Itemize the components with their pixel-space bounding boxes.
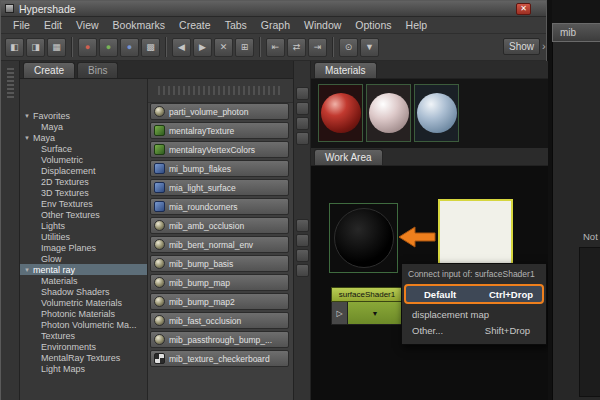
- notes-text-area[interactable]: [579, 247, 600, 397]
- surfaceshader1-node[interactable]: surfaceShader1 ▷ ▼: [331, 287, 403, 325]
- rearrange-graph-icon[interactable]: ⊞: [235, 38, 254, 57]
- shader-button-mib-bump-basis[interactable]: mib_bump_basis: [150, 255, 289, 272]
- panel-divider-grip[interactable]: [293, 61, 311, 400]
- frame-all-icon[interactable]: [296, 249, 309, 262]
- menu-graph[interactable]: Graph: [254, 19, 297, 31]
- shader-button-mib-texture-checkerboard[interactable]: mib_texture_checkerboard: [150, 350, 289, 367]
- swatch-green-icon[interactable]: ●: [99, 38, 118, 57]
- blue-material-swatch[interactable]: [414, 84, 459, 142]
- expand-arrow-icon[interactable]: ▼: [24, 113, 30, 119]
- swatch-size-medium-icon[interactable]: [296, 102, 309, 115]
- tab-create[interactable]: Create: [23, 62, 75, 78]
- texture-swatch-icon[interactable]: ▩: [141, 38, 160, 57]
- menu-help[interactable]: Help: [399, 19, 435, 31]
- shader-button-mib-bent-normal-env[interactable]: mib_bent_normal_env: [150, 236, 289, 253]
- tree-item-volumetric-materials[interactable]: Volumetric Materials: [20, 297, 147, 308]
- tree-item-env-textures[interactable]: Env Textures: [20, 198, 147, 209]
- node-title[interactable]: surfaceShader1: [331, 287, 403, 302]
- menu-options[interactable]: Options: [348, 19, 398, 31]
- swatch-blue-icon[interactable]: ●: [120, 38, 139, 57]
- forward-icon[interactable]: ▶: [193, 38, 212, 57]
- work-area-canvas[interactable]: surfaceShader1 ▷ ▼ Connect input of: sur…: [311, 166, 548, 400]
- menu-create[interactable]: Create: [172, 19, 218, 31]
- swatch-size-icon[interactable]: [296, 87, 309, 100]
- tree-item-image-planes[interactable]: Image Planes: [20, 242, 147, 253]
- black-material-node[interactable]: [329, 203, 398, 273]
- refresh-swatches-icon[interactable]: [296, 132, 309, 145]
- input-connections-icon[interactable]: ⇤: [266, 38, 285, 57]
- back-icon[interactable]: ◀: [172, 38, 191, 57]
- surfaceshader-swatch-node[interactable]: [438, 199, 513, 267]
- tree-item-favorites-maya[interactable]: Maya: [20, 121, 147, 132]
- tree-item-volumetric[interactable]: Volumetric: [20, 154, 147, 165]
- left-panel-grip[interactable]: [1, 61, 20, 400]
- output-connections-icon[interactable]: ⇥: [308, 38, 327, 57]
- tree-item-photonic-materials[interactable]: Photonic Materials: [20, 308, 147, 319]
- shader-list-grip[interactable]: [148, 79, 293, 103]
- attribute-editor-tab[interactable]: mib: [552, 23, 600, 42]
- title-bar[interactable]: Hypershade ✕: [1, 1, 546, 17]
- menu-tabs[interactable]: Tabs: [218, 19, 254, 31]
- menu-edit[interactable]: Edit: [37, 19, 69, 31]
- tab-bins[interactable]: Bins: [77, 62, 118, 78]
- menu-view[interactable]: View: [69, 19, 106, 31]
- tree-item-displacement[interactable]: Displacement: [20, 165, 147, 176]
- swatch-size-large-icon[interactable]: [296, 117, 309, 130]
- frame-selected-icon[interactable]: [296, 264, 309, 277]
- pin-icon[interactable]: ⊙: [339, 38, 358, 57]
- menu-bookmarks[interactable]: Bookmarks: [106, 19, 173, 31]
- shader-button-mentalraytexture[interactable]: mentalrayTexture: [150, 122, 289, 139]
- toolbar-overflow-icon[interactable]: ›: [542, 40, 546, 52]
- tree-item-3d-textures[interactable]: 3D Textures: [20, 187, 147, 198]
- tree-item-maya[interactable]: ▼Maya: [20, 132, 147, 143]
- shader-button-mib-passthrough-bump[interactable]: mib_passthrough_bump_...: [150, 331, 289, 348]
- node-dropdown-icon[interactable]: ▼: [348, 302, 403, 325]
- expand-arrow-icon[interactable]: ▼: [24, 267, 30, 273]
- io-connections-icon[interactable]: ⇄: [287, 38, 306, 57]
- tab-work-area[interactable]: Work Area: [314, 149, 383, 165]
- tree-item-mental-ray[interactable]: ▼mental ray: [20, 264, 147, 275]
- tree-item-other-textures[interactable]: Other Textures: [20, 209, 147, 220]
- tree-item-photon-volumetric-materials[interactable]: Photon Volumetric Ma...: [20, 319, 147, 330]
- shader-button-mia-roundcorners[interactable]: mia_roundcorners: [150, 198, 289, 215]
- red-material-swatch[interactable]: [318, 84, 363, 142]
- shader-button-mentalrayvertexcolors[interactable]: mentalrayVertexColors: [150, 141, 289, 158]
- show-button[interactable]: Show: [503, 38, 540, 55]
- shader-button-mib-fast-occlusion[interactable]: mib_fast_occlusion: [150, 312, 289, 329]
- tree-item-utilities[interactable]: Utilities: [20, 231, 147, 242]
- menu-file[interactable]: File: [6, 19, 37, 31]
- tree-item-mentalray-textures[interactable]: MentalRay Textures: [20, 352, 147, 363]
- shader-button-mi-bump-flakes[interactable]: mi_bump_flakes: [150, 160, 289, 177]
- context-menu-item-default[interactable]: Default Ctrl+Drop: [404, 284, 544, 304]
- swatch-red-icon[interactable]: ●: [78, 38, 97, 57]
- layout-quad-icon[interactable]: ▦: [47, 38, 66, 57]
- shader-button-mia-light-surface[interactable]: mia_light_surface: [150, 179, 289, 196]
- tree-item-lights[interactable]: Lights: [20, 220, 147, 231]
- context-menu-item-displacement-map[interactable]: displacement map: [402, 306, 546, 322]
- filter-icon[interactable]: ▼: [360, 38, 379, 57]
- toggle-create-bar-icon[interactable]: ◧: [5, 38, 24, 57]
- shader-button-parti-volume-photon[interactable]: parti_volume_photon: [150, 103, 289, 120]
- tree-item-shadow-shaders[interactable]: Shadow Shaders: [20, 286, 147, 297]
- tree-item-materials[interactable]: Materials: [20, 275, 147, 286]
- tree-item-surface[interactable]: Surface: [20, 143, 147, 154]
- shader-button-mib-bump-map2[interactable]: mib_bump_map2: [150, 293, 289, 310]
- layout-vertical-icon[interactable]: ◨: [26, 38, 45, 57]
- tree-item-textures[interactable]: Textures: [20, 330, 147, 341]
- zoom-in-icon[interactable]: [296, 219, 309, 232]
- tree-item-environments[interactable]: Environments: [20, 341, 147, 352]
- node-expand-icon[interactable]: ▷: [331, 302, 348, 325]
- zoom-out-icon[interactable]: [296, 234, 309, 247]
- expand-arrow-icon[interactable]: ▼: [24, 135, 30, 141]
- close-button[interactable]: ✕: [516, 3, 531, 15]
- shader-button-mib-bump-map[interactable]: mib_bump_map: [150, 274, 289, 291]
- pink-material-swatch[interactable]: [366, 84, 411, 142]
- tree-item-glow[interactable]: Glow: [20, 253, 147, 264]
- tree-item-light-maps[interactable]: Light Maps: [20, 363, 147, 374]
- menu-window[interactable]: Window: [297, 19, 348, 31]
- tab-materials[interactable]: Materials: [314, 62, 377, 78]
- context-menu-item-other[interactable]: Other... Shift+Drop: [402, 322, 546, 338]
- tree-item-favorites[interactable]: ▼Favorites: [20, 110, 147, 121]
- shader-button-mib-amb-occlusion[interactable]: mib_amb_occlusion: [150, 217, 289, 234]
- clear-graph-icon[interactable]: ✕: [214, 38, 233, 57]
